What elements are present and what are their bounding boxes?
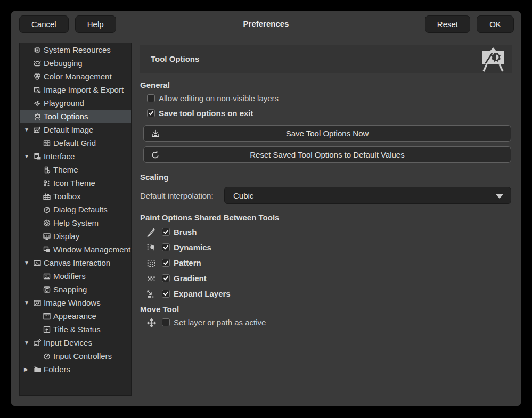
window-management-icon — [42, 245, 51, 254]
sidebar-item-default-image[interactable]: ▼Default Image — [20, 123, 131, 136]
sidebar-item-display[interactable]: Display — [20, 230, 131, 243]
folders-icon — [32, 365, 42, 374]
sidebar-item-toolbox[interactable]: Toolbox — [20, 190, 131, 203]
sidebar-item-image-windows[interactable]: ▼Image Windows — [20, 296, 131, 309]
checkbox-checked[interactable] — [162, 274, 170, 282]
sidebar-item-dialog-defaults[interactable]: Dialog Defaults — [20, 203, 131, 216]
sidebar-item-label: Default Grid — [53, 138, 96, 147]
checkbox-unchecked[interactable] — [147, 94, 155, 102]
interface-icon — [32, 152, 42, 161]
sidebar-item-label: Playground — [44, 99, 84, 108]
sidebar-item-window-management[interactable]: Window Management — [20, 243, 131, 256]
sidebar-item-color-management[interactable]: Color Management — [20, 70, 131, 83]
canvas-interaction-icon — [32, 258, 42, 267]
sidebar-item-label: Help System — [53, 218, 99, 227]
sidebar-item-label: Image Import & Export — [44, 85, 124, 94]
sidebar-item-interface[interactable]: ▼Interface — [20, 150, 131, 163]
title-status-icon — [42, 325, 51, 334]
general-check-row[interactable]: Allow editing on non-visible layers — [140, 91, 512, 105]
sidebar-item-label: Appearance — [53, 312, 96, 321]
theme-icon — [42, 165, 51, 174]
toolbox-icon — [42, 192, 51, 201]
sidebar-item-playground[interactable]: Playground — [20, 96, 131, 110]
sidebar-item-label: System Resources — [44, 45, 111, 54]
paint-option-row-dynamics[interactable]: Dynamics — [140, 240, 512, 255]
move-tool-row[interactable]: Set layer or path as active — [140, 315, 512, 330]
dynamics-icon — [145, 242, 156, 253]
sidebar-item-input-controllers[interactable]: Input Controllers — [20, 349, 131, 363]
chevron-down-icon — [496, 194, 503, 199]
playground-icon — [32, 99, 42, 108]
sidebar-item-label: Modifiers — [53, 272, 86, 281]
sidebar-item-default-grid[interactable]: Default Grid — [20, 136, 131, 150]
checkbox-unchecked[interactable] — [162, 318, 170, 326]
checkbox-checked[interactable] — [162, 243, 170, 251]
expander-down-icon[interactable]: ▼ — [24, 127, 32, 133]
sidebar-item-system-resources[interactable]: System Resources — [20, 43, 131, 56]
sidebar-item-icon-theme[interactable]: Icon Theme — [20, 176, 131, 190]
preferences-dialog: Cancel Help Preferences Reset OK System … — [11, 11, 521, 406]
sidebar-item-label: Display — [53, 232, 79, 241]
checkbox-checked[interactable] — [147, 109, 155, 117]
tool-options-icon — [32, 112, 42, 121]
sidebar-item-label: Window Management — [53, 245, 130, 254]
icon-theme-icon — [42, 178, 51, 187]
paint-option-row-gradient[interactable]: Gradient — [140, 271, 512, 286]
sidebar-item-theme[interactable]: Theme — [20, 163, 131, 176]
sidebar-item-title-status[interactable]: Title & Status — [20, 323, 131, 336]
sidebar-item-help-system[interactable]: Help System — [20, 216, 131, 230]
paint-option-row-pattern[interactable]: Pattern — [140, 255, 512, 271]
sidebar-item-appearance[interactable]: Appearance — [20, 309, 131, 323]
sidebar-item-label: Toolbox — [53, 192, 81, 201]
move-icon — [145, 317, 156, 328]
ok-button[interactable]: OK — [477, 15, 514, 33]
expander-down-icon[interactable]: ▼ — [24, 153, 32, 159]
sidebar-item-label: Folders — [44, 365, 70, 374]
section-paint-options: Paint Options Shared Between Tools — [140, 213, 512, 222]
selected-interpolation-value: Cubic — [233, 191, 253, 200]
sidebar-item-canvas-interaction[interactable]: ▼Canvas Interaction — [20, 256, 131, 269]
sidebar-item-folders[interactable]: ▶Folders — [20, 363, 131, 376]
expander-down-icon[interactable]: ▼ — [24, 260, 32, 266]
paint-option-label: Gradient — [174, 274, 207, 283]
sidebar-item-snapping[interactable]: Snapping — [20, 283, 131, 296]
sidebar-item-modifiers[interactable]: Modifiers — [20, 269, 131, 283]
reset-saved-tool-options-button[interactable]: Reset Saved Tool Options to Default Valu… — [143, 146, 511, 163]
debugging-icon — [32, 59, 42, 68]
save-icon — [151, 129, 160, 138]
expander-down-icon[interactable]: ▼ — [24, 300, 32, 306]
sidebar-item-label: Color Management — [44, 72, 112, 81]
section-scaling: Scaling — [140, 173, 512, 182]
content-header: Tool Options — [140, 45, 512, 73]
sidebar-item-label: Input Controllers — [53, 351, 112, 360]
help-system-icon — [42, 218, 51, 227]
paint-option-row-expand-layers[interactable]: Expand Layers — [140, 286, 512, 301]
sidebar-item-image-import-export[interactable]: Image Import & Export — [20, 83, 131, 96]
display-icon — [42, 232, 51, 241]
sidebar-item-label: Input Devices — [44, 338, 92, 347]
sidebar-item-label: Canvas Interaction — [44, 258, 110, 267]
expander-right-icon[interactable]: ▶ — [24, 366, 32, 372]
paint-option-row-brush[interactable]: Brush — [140, 224, 512, 240]
reset-icon — [151, 150, 160, 160]
checkbox-checked[interactable] — [162, 259, 170, 267]
checkbox-checked[interactable] — [162, 290, 170, 298]
expander-down-icon[interactable]: ▼ — [24, 340, 32, 346]
general-check-row[interactable]: Save tool options on exit — [140, 105, 512, 120]
sidebar-item-tool-options[interactable]: Tool Options — [20, 110, 131, 123]
default-grid-icon — [42, 138, 51, 147]
section-general: General — [140, 80, 512, 89]
sidebar-item-label: Image Windows — [44, 298, 101, 307]
sidebar-item-input-devices[interactable]: ▼Input Devices — [20, 336, 131, 349]
checkbox-checked[interactable] — [162, 228, 170, 236]
checkbox-label: Save tool options on exit — [159, 109, 253, 118]
snapping-icon — [42, 285, 51, 294]
sidebar-item-debugging[interactable]: Debugging — [20, 56, 131, 70]
save-tool-options-now-button[interactable]: Save Tool Options Now — [143, 125, 511, 142]
default-interpolation-select[interactable]: Cubic — [224, 187, 511, 204]
paint-option-label: Brush — [174, 227, 197, 236]
color-management-icon — [32, 72, 42, 81]
reset-button[interactable]: Reset — [425, 15, 470, 33]
default-image-icon — [32, 125, 42, 134]
sidebar-item-label: Dialog Defaults — [53, 205, 108, 214]
